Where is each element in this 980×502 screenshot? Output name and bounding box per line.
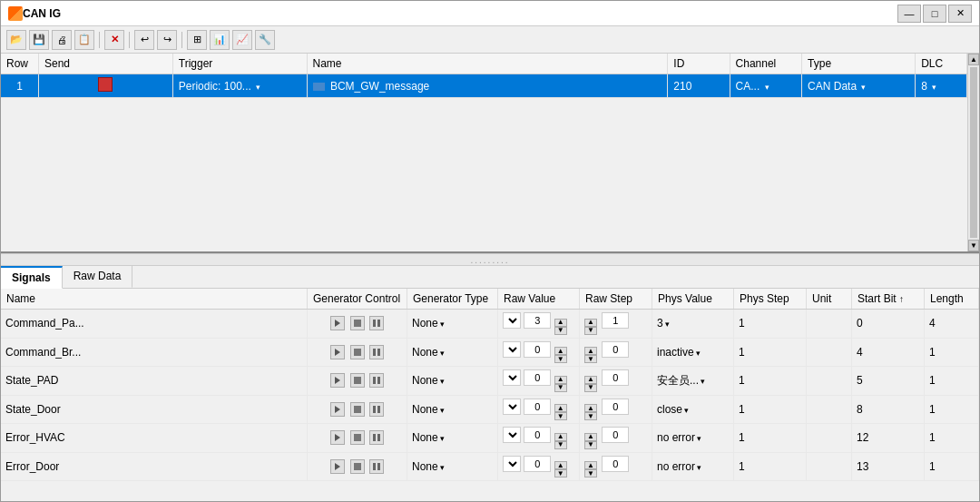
tb-layout-button[interactable]: ⊞ (187, 30, 207, 50)
send-cell[interactable] (39, 74, 173, 98)
raw-step-cell[interactable]: ▲ ▼ (580, 452, 652, 481)
raw-step-cell[interactable]: ▲ ▼ (580, 310, 652, 339)
raw-value-select[interactable]: ▾ (503, 312, 521, 329)
scroll-down-arrow[interactable]: ▼ (968, 240, 979, 251)
raw-value-down[interactable]: ▼ (554, 469, 567, 477)
generator-type-cell[interactable]: None▾ (407, 452, 498, 481)
raw-step-input[interactable] (602, 369, 629, 386)
gen-stop-button[interactable] (350, 345, 365, 359)
raw-step-down[interactable]: ▼ (584, 384, 597, 392)
raw-step-input[interactable] (602, 399, 629, 415)
tb-undo-button[interactable]: ↩ (134, 30, 154, 50)
gen-pause-button[interactable] (369, 402, 384, 417)
maximize-button[interactable]: □ (923, 5, 946, 23)
tb-open-button[interactable]: 📂 (6, 30, 26, 50)
raw-value-select[interactable]: ▾ (503, 369, 521, 386)
gen-play-button[interactable] (330, 402, 345, 417)
phys-value-cell[interactable]: no error▾ (652, 452, 734, 481)
signal-row[interactable]: Command_Br... None▾ ▾ ▲ ▼ ▲ ▼ inactive▾1… (1, 338, 979, 367)
raw-value-select[interactable]: ▾ (503, 427, 521, 443)
raw-step-down[interactable]: ▼ (584, 412, 597, 420)
raw-value-input[interactable] (524, 369, 551, 386)
raw-step-down[interactable]: ▼ (584, 327, 597, 335)
raw-value-up[interactable]: ▲ (554, 461, 567, 469)
raw-value-down[interactable]: ▼ (554, 384, 567, 392)
raw-value-select[interactable]: ▾ (503, 456, 521, 472)
signal-row[interactable]: Error_HVAC None▾ ▾ ▲ ▼ ▲ ▼ no error▾1121 (1, 424, 979, 453)
gen-pause-button[interactable] (369, 459, 384, 474)
generator-control-cell[interactable] (308, 395, 407, 424)
raw-step-input[interactable] (602, 456, 629, 472)
dlc-dropdown-icon[interactable]: ▾ (932, 83, 936, 92)
gen-stop-button[interactable] (350, 402, 365, 417)
channel-dropdown-icon[interactable]: ▾ (765, 83, 769, 92)
raw-value-cell[interactable]: ▾ ▲ ▼ (498, 395, 580, 424)
gen-play-button[interactable] (330, 373, 345, 388)
gen-play-button[interactable] (330, 316, 345, 330)
raw-step-input[interactable] (602, 341, 629, 358)
raw-value-select[interactable]: ▾ (503, 341, 521, 358)
gen-pause-button[interactable] (369, 345, 384, 359)
gen-pause-button[interactable] (369, 430, 384, 445)
close-button[interactable]: ✕ (948, 5, 972, 23)
splitter[interactable]: ......... (1, 253, 979, 266)
raw-step-input[interactable] (602, 312, 629, 329)
type-cell[interactable]: CAN Data ▾ (802, 74, 916, 98)
gen-play-button[interactable] (330, 430, 345, 445)
trigger-cell[interactable]: Periodic: 100... ▾ (172, 74, 307, 98)
tab-raw-data[interactable]: Raw Data (63, 266, 133, 288)
gen-pause-button[interactable] (369, 316, 384, 330)
raw-step-input[interactable] (602, 427, 629, 443)
phys-value-dropdown-icon[interactable]: ▾ (696, 349, 701, 358)
tab-signals[interactable]: Signals (1, 266, 63, 289)
generator-type-cell[interactable]: None▾ (407, 338, 498, 367)
gen-type-dropdown-icon[interactable]: ▾ (440, 463, 445, 472)
phys-value-cell[interactable]: no error▾ (652, 424, 734, 453)
tb-chart-button[interactable]: 📊 (210, 30, 230, 50)
raw-step-down[interactable]: ▼ (584, 355, 597, 363)
phys-value-dropdown-icon[interactable]: ▾ (701, 377, 705, 386)
tb-settings-button[interactable]: 🔧 (255, 30, 275, 50)
raw-step-up[interactable]: ▲ (584, 461, 597, 469)
top-vscrollbar[interactable]: ▲ ▼ (967, 54, 979, 251)
generator-control-cell[interactable] (308, 310, 407, 339)
phys-value-cell[interactable]: 3▾ (652, 310, 734, 339)
raw-value-up[interactable]: ▲ (554, 404, 567, 412)
message-row[interactable]: 1 Periodic: 100... ▾ BCM_GW_message (1, 74, 967, 98)
minimize-button[interactable]: — (897, 5, 921, 23)
trigger-dropdown-icon[interactable]: ▾ (256, 83, 260, 92)
phys-value-dropdown-icon[interactable]: ▾ (697, 463, 701, 472)
phys-value-cell[interactable]: close▾ (652, 395, 734, 424)
tb-copy-button[interactable]: 📋 (74, 30, 94, 50)
raw-value-input[interactable] (524, 456, 551, 472)
raw-value-select[interactable]: ▾ (503, 399, 521, 415)
splitter-handle[interactable]: ......... (470, 255, 509, 265)
raw-step-up[interactable]: ▲ (584, 404, 597, 412)
raw-step-cell[interactable]: ▲ ▼ (580, 424, 652, 453)
tb-redo-button[interactable]: ↪ (157, 30, 177, 50)
type-dropdown-icon[interactable]: ▾ (861, 83, 866, 92)
raw-value-input[interactable] (524, 399, 551, 415)
gen-pause-button[interactable] (369, 373, 384, 388)
dlc-cell[interactable]: 8 ▾ (916, 74, 967, 98)
gen-type-dropdown-icon[interactable]: ▾ (440, 434, 445, 443)
phys-value-dropdown-icon[interactable]: ▾ (665, 320, 670, 329)
raw-step-cell[interactable]: ▲ ▼ (580, 395, 652, 424)
raw-value-cell[interactable]: ▾ ▲ ▼ (498, 367, 580, 396)
gen-stop-button[interactable] (350, 316, 365, 330)
phys-value-cell[interactable]: inactive▾ (652, 338, 734, 367)
generator-control-cell[interactable] (308, 338, 407, 367)
generator-type-cell[interactable]: None▾ (407, 367, 498, 396)
raw-step-down[interactable]: ▼ (584, 441, 597, 449)
raw-value-cell[interactable]: ▾ ▲ ▼ (498, 338, 580, 367)
raw-value-input[interactable] (524, 341, 551, 358)
gen-stop-button[interactable] (350, 373, 365, 388)
generator-type-cell[interactable]: None▾ (407, 310, 498, 339)
raw-step-up[interactable]: ▲ (584, 347, 597, 355)
raw-step-cell[interactable]: ▲ ▼ (580, 367, 652, 396)
raw-step-cell[interactable]: ▲ ▼ (580, 338, 652, 367)
raw-value-down[interactable]: ▼ (554, 441, 567, 449)
generator-type-cell[interactable]: None▾ (407, 395, 498, 424)
generator-control-cell[interactable] (308, 424, 407, 453)
raw-value-up[interactable]: ▲ (554, 347, 567, 355)
